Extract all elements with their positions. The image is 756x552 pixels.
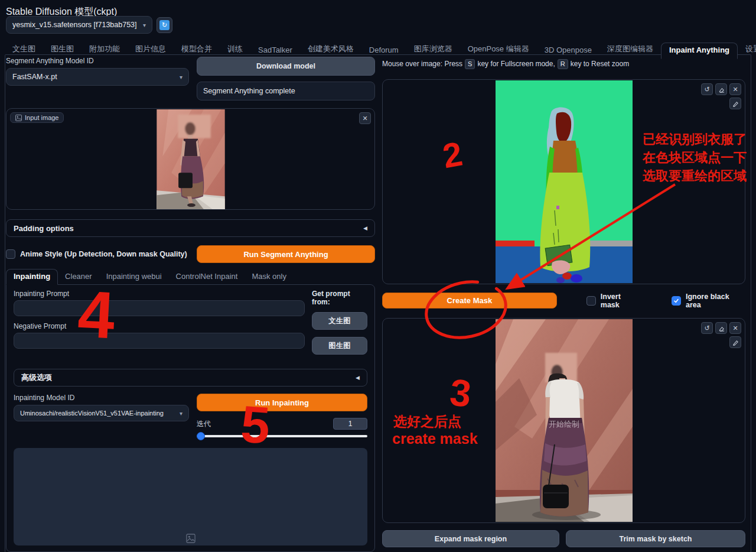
- inpaint-model-value: Uminosachi/realisticVisionV51_v51VAE-inp…: [20, 410, 164, 417]
- inpaint-model-label: Inpainting Model ID: [14, 394, 189, 402]
- negative-prompt-label: Negative Prompt: [14, 322, 305, 330]
- main-tab-bar: 文生图 图生图 附加功能 图片信息 模型合并 训练 SadTalker 创建美术…: [5, 41, 751, 59]
- sam-status-output: Segment Anything complete: [197, 82, 375, 100]
- tab-checkpoint-merger[interactable]: 模型合并: [174, 41, 220, 59]
- pencil-icon: [732, 339, 739, 346]
- chevron-down-icon: ▾: [143, 22, 146, 28]
- tab-controlnet-inpaint[interactable]: ControlNet Inpaint: [169, 269, 245, 284]
- ignore-black-area-checkbox[interactable]: [672, 296, 681, 306]
- run-segment-anything-button[interactable]: Run Segment Anything: [197, 245, 375, 263]
- tab-mask-only[interactable]: Mask only: [245, 269, 294, 284]
- get-prompt-img2img-button[interactable]: 图生图: [312, 337, 367, 355]
- iterations-number-input[interactable]: 1: [333, 418, 367, 430]
- image-placeholder-icon: [186, 534, 195, 543]
- clear-image-button[interactable]: ✕: [729, 322, 741, 334]
- close-icon: ✕: [732, 86, 738, 93]
- sketch-color-button[interactable]: [729, 336, 741, 348]
- tab-inpaint-anything[interactable]: Inpaint Anything: [661, 43, 738, 59]
- tab-inpainting-webui[interactable]: Inpainting webui: [99, 269, 169, 284]
- tab-depth-editor[interactable]: 深度图编辑器: [599, 41, 661, 59]
- iterations-label: 迭代: [197, 419, 211, 429]
- download-model-button[interactable]: Download model: [197, 57, 375, 76]
- hint-prefix: Mouse over image: Press: [382, 60, 462, 68]
- ignore-black-area-label: Ignore black area: [686, 293, 745, 309]
- result-drop-area[interactable]: [14, 448, 367, 545]
- slider-handle[interactable]: [197, 432, 205, 440]
- inpaint-mode-tabs: Inpainting Cleaner Inpainting webui Cont…: [6, 269, 375, 284]
- clear-input-image-button[interactable]: ✕: [359, 112, 371, 124]
- tab-img2img[interactable]: 图生图: [43, 41, 82, 59]
- tab-image-browser[interactable]: 图库浏览器: [406, 41, 460, 59]
- refresh-icon: ↻: [159, 20, 170, 30]
- eraser-icon: [718, 325, 725, 332]
- iterations-slider[interactable]: [197, 432, 367, 440]
- left-column: Segment Anything Model ID FastSAM-x.pt ▾…: [6, 57, 375, 552]
- tab-create-art-style[interactable]: 创建美术风格: [300, 41, 361, 59]
- inpaint-result-image[interactable]: 开始绘制: [496, 319, 633, 522]
- refresh-checkpoint-button[interactable]: ↻: [157, 17, 172, 33]
- invert-mask-checkbox[interactable]: [586, 296, 596, 306]
- tab-cleaner[interactable]: Cleaner: [58, 269, 99, 284]
- input-image-label: Input image: [25, 114, 58, 121]
- sam-model-dropdown[interactable]: FastSAM-x.pt ▾: [6, 68, 189, 86]
- slider-track[interactable]: [197, 435, 367, 437]
- chevron-down-icon: ▾: [180, 74, 183, 80]
- hint-mid: key for Fullscreen mode,: [477, 60, 555, 68]
- close-icon: ✕: [362, 115, 367, 122]
- tab-deforum[interactable]: Deforum: [361, 43, 406, 59]
- negative-prompt-input[interactable]: [14, 333, 305, 349]
- run-inpainting-button[interactable]: Run Inpainting: [197, 394, 367, 411]
- mask-sketch-panel: ↺ ✕: [382, 318, 745, 523]
- right-column: Mouse over image: PressSkey for Fullscre…: [382, 59, 745, 547]
- segmentation-image[interactable]: [496, 80, 633, 283]
- tab-png-info[interactable]: 图片信息: [128, 41, 174, 59]
- create-mask-button[interactable]: Create Mask: [382, 293, 557, 309]
- tab-settings[interactable]: 设置: [738, 41, 756, 59]
- tab-extras[interactable]: 附加功能: [82, 41, 128, 59]
- padding-options-label: Padding options: [14, 224, 74, 233]
- eraser-button[interactable]: [715, 83, 727, 95]
- padding-options-accordion[interactable]: Padding options ◀: [6, 219, 375, 237]
- sketch-color-button[interactable]: [729, 98, 741, 109]
- advanced-options-label: 高级选项: [21, 372, 52, 383]
- pencil-icon: [732, 100, 739, 107]
- undo-icon: ↺: [704, 86, 709, 93]
- mouse-hint: Mouse over image: PressSkey for Fullscre…: [382, 59, 745, 69]
- advanced-options-accordion[interactable]: 高级选项 ◀: [14, 369, 367, 387]
- eraser-icon: [718, 86, 725, 93]
- invert-mask-label: Invert mask: [601, 293, 641, 309]
- inpainting-prompt-input[interactable]: [14, 300, 305, 316]
- tab-openpose-editor[interactable]: OpenPose 编辑器: [460, 41, 537, 59]
- tab-3d-openpose[interactable]: 3D Openpose: [537, 43, 599, 59]
- kbd-s: S: [465, 59, 475, 69]
- accordion-arrow-icon: ◀: [363, 225, 367, 231]
- get-prompt-from-label: Get prompt from:: [312, 290, 367, 306]
- undo-button[interactable]: ↺: [701, 83, 713, 95]
- tab-sadtalker[interactable]: SadTalker: [250, 43, 300, 59]
- checkpoint-dropdown[interactable]: yesmix_v15.safetensors [f713bab753] ▾: [6, 16, 152, 34]
- eraser-button[interactable]: [715, 322, 727, 334]
- tab-txt2img[interactable]: 文生图: [5, 41, 43, 59]
- chevron-down-icon: ▾: [180, 410, 183, 417]
- input-image-photo[interactable]: [157, 109, 225, 209]
- input-image-badge: Input image: [10, 112, 64, 123]
- inpaint-anything-page: Stable Diffusion 模型(ckpt) yesmix_v15.saf…: [0, 0, 756, 552]
- image-icon: [15, 115, 22, 121]
- expand-mask-region-button[interactable]: Expand mask region: [382, 530, 559, 547]
- anime-style-label: Anime Style (Up Detection, Down mask Qua…: [20, 250, 187, 258]
- kbd-r: R: [558, 59, 568, 69]
- undo-button[interactable]: ↺: [701, 322, 713, 334]
- checkpoint-value: yesmix_v15.safetensors [f713bab753]: [12, 21, 137, 29]
- trim-mask-by-sketch-button[interactable]: Trim mask by sketch: [566, 530, 745, 547]
- get-prompt-txt2img-button[interactable]: 文生图: [312, 312, 367, 330]
- check-icon: [673, 298, 679, 304]
- segmentation-panel: ↺ ✕: [382, 79, 745, 284]
- tab-train[interactable]: 训练: [220, 41, 250, 59]
- canvas-overlay-text: 开始绘制: [549, 420, 579, 428]
- accordion-arrow-icon: ◀: [356, 375, 360, 381]
- clear-image-button[interactable]: ✕: [729, 83, 741, 95]
- tab-inpainting[interactable]: Inpainting: [6, 269, 58, 285]
- anime-style-checkbox[interactable]: [6, 249, 15, 259]
- inpaint-model-dropdown[interactable]: Uminosachi/realisticVisionV51_v51VAE-inp…: [14, 405, 189, 421]
- hint-suffix: key to Reset zoom: [571, 60, 629, 68]
